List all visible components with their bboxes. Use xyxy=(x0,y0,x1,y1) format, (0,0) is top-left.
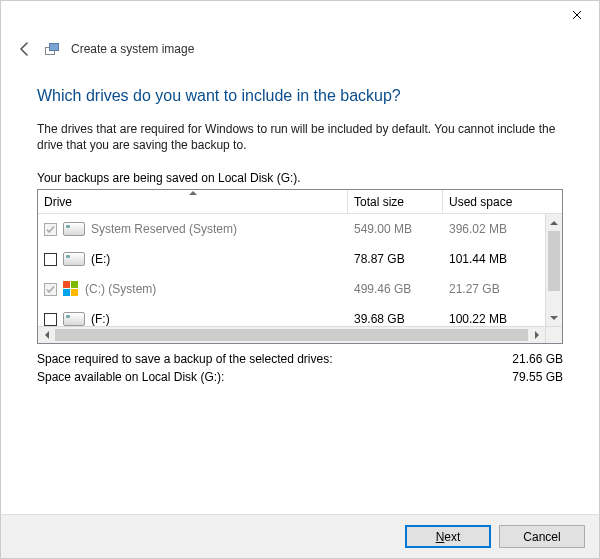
next-button[interactable]: Next xyxy=(405,525,491,548)
cell-total: 78.87 GB xyxy=(348,252,443,266)
scroll-right-button[interactable] xyxy=(528,327,545,343)
summary-required-label: Space required to save a backup of the s… xyxy=(37,352,333,366)
drive-label: (F:) xyxy=(91,312,110,326)
cell-total: 39.68 GB xyxy=(348,312,443,326)
vertical-scroll-track[interactable] xyxy=(546,231,562,309)
summary-required-value: 21.66 GB xyxy=(512,352,563,366)
titlebar xyxy=(1,1,599,31)
cell-used: 21.27 GB xyxy=(443,282,538,296)
scroll-up-button[interactable] xyxy=(546,214,562,231)
horizontal-scrollbar[interactable] xyxy=(38,326,562,343)
header-row: Create a system image xyxy=(1,31,599,63)
back-button[interactable] xyxy=(15,39,35,59)
page-description: The drives that are required for Windows… xyxy=(37,121,563,153)
disk-icon xyxy=(63,312,85,326)
grid-rows: System Reserved (System)549.00 MB396.02 … xyxy=(38,214,545,326)
back-arrow-icon xyxy=(17,41,33,57)
horizontal-scroll-thumb[interactable] xyxy=(55,329,528,341)
column-header-total[interactable]: Total size xyxy=(348,190,443,213)
horizontal-scroll-track[interactable] xyxy=(55,327,528,343)
checkmark-icon xyxy=(45,284,56,295)
column-header-total-label: Total size xyxy=(354,195,404,209)
scroll-corner xyxy=(545,327,562,343)
drive-grid: Drive Total size Used space System Reser… xyxy=(37,189,563,344)
grid-header: Drive Total size Used space xyxy=(38,190,562,214)
cell-used: 101.44 MB xyxy=(443,252,538,266)
table-row[interactable]: System Reserved (System)549.00 MB396.02 … xyxy=(38,214,545,244)
close-icon xyxy=(572,10,582,20)
cell-drive: System Reserved (System) xyxy=(38,222,348,236)
scroll-left-button[interactable] xyxy=(38,327,55,343)
table-row[interactable]: (C:) (System)499.46 GB21.27 GB xyxy=(38,274,545,304)
vertical-scrollbar[interactable] xyxy=(545,214,562,326)
page-heading: Which drives do you want to include in t… xyxy=(37,87,563,105)
table-row[interactable]: (F:)39.68 GB100.22 MB xyxy=(38,304,545,326)
cell-used: 396.02 MB xyxy=(443,222,538,236)
chevron-up-icon xyxy=(550,221,558,225)
close-button[interactable] xyxy=(554,1,599,29)
disk-icon xyxy=(63,222,85,236)
drive-label: (E:) xyxy=(91,252,110,266)
sort-caret-icon xyxy=(189,191,197,195)
chevron-down-icon xyxy=(550,316,558,320)
cell-total: 499.46 GB xyxy=(348,282,443,296)
summary: Space required to save a backup of the s… xyxy=(37,352,563,384)
content-area: Which drives do you want to include in t… xyxy=(1,63,599,396)
window-title: Create a system image xyxy=(71,42,194,56)
chevron-right-icon xyxy=(535,331,539,339)
drive-checkbox[interactable] xyxy=(44,313,57,326)
disk-icon xyxy=(63,252,85,266)
save-location-line: Your backups are being saved on Local Di… xyxy=(37,171,563,185)
drive-label: System Reserved (System) xyxy=(91,222,237,236)
cancel-button[interactable]: Cancel xyxy=(499,525,585,548)
cell-total: 549.00 MB xyxy=(348,222,443,236)
column-header-used-label: Used space xyxy=(449,195,512,209)
next-button-rest: ext xyxy=(444,530,460,544)
scroll-down-button[interactable] xyxy=(546,309,562,326)
drive-checkbox xyxy=(44,223,57,236)
windows-logo-icon xyxy=(63,281,79,297)
cell-drive: (C:) (System) xyxy=(38,281,348,297)
column-header-drive[interactable]: Drive xyxy=(38,190,348,213)
system-image-icon xyxy=(45,41,61,57)
summary-required: Space required to save a backup of the s… xyxy=(37,352,563,366)
column-header-drive-label: Drive xyxy=(44,195,72,209)
vertical-scroll-thumb[interactable] xyxy=(548,231,560,291)
summary-available-label: Space available on Local Disk (G:): xyxy=(37,370,224,384)
cell-used: 100.22 MB xyxy=(443,312,538,326)
chevron-left-icon xyxy=(45,331,49,339)
summary-available-value: 79.55 GB xyxy=(512,370,563,384)
cell-drive: (F:) xyxy=(38,312,348,326)
checkmark-icon xyxy=(45,224,56,235)
table-row[interactable]: (E:)78.87 GB101.44 MB xyxy=(38,244,545,274)
summary-available: Space available on Local Disk (G:): 79.5… xyxy=(37,370,563,384)
column-header-used[interactable]: Used space xyxy=(443,190,538,213)
grid-body: System Reserved (System)549.00 MB396.02 … xyxy=(38,214,562,326)
cell-drive: (E:) xyxy=(38,252,348,266)
drive-checkbox[interactable] xyxy=(44,253,57,266)
drive-checkbox xyxy=(44,283,57,296)
footer: Next Cancel xyxy=(1,514,599,558)
drive-label: (C:) (System) xyxy=(85,282,156,296)
